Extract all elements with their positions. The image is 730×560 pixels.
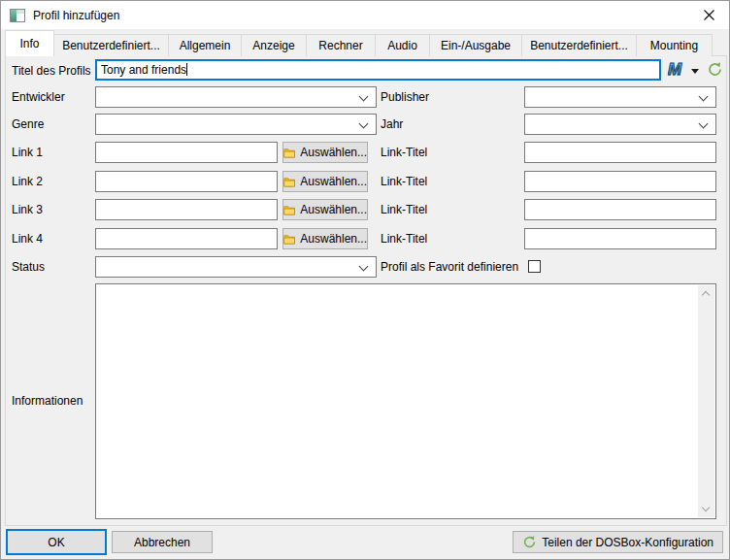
tab-anzeige[interactable]: Anzeige (241, 34, 307, 56)
folder-icon (283, 204, 295, 216)
chevron-down-icon (699, 119, 709, 129)
informationen-label: Informationen (12, 390, 83, 412)
entwickler-combobox[interactable] (95, 86, 377, 108)
link4-label: Link 4 (12, 228, 43, 249)
publisher-combobox[interactable] (524, 86, 716, 108)
tab-benutzerdefiniert-2[interactable]: Benutzerdefiniert... (521, 34, 637, 56)
tab-audio[interactable]: Audio (375, 34, 430, 56)
link2-label: Link 2 (12, 171, 43, 192)
folder-icon (283, 176, 295, 188)
text-caret (186, 63, 187, 76)
tab-rechner[interactable]: Rechner (306, 34, 376, 56)
link2-title-label: Link-Titel (381, 171, 427, 192)
tab-allgemein[interactable]: Allgemein (168, 34, 242, 56)
chevron-down-icon (359, 119, 369, 129)
cancel-button[interactable]: Abbrechen (112, 531, 213, 553)
link3-title-label: Link-Titel (381, 199, 427, 220)
link1-title-input[interactable] (524, 142, 716, 163)
publisher-label: Publisher (381, 86, 429, 108)
link1-label: Link 1 (12, 142, 43, 163)
profile-title-label: Titel des Profils (12, 60, 91, 82)
link3-input[interactable] (95, 199, 278, 220)
entwickler-label: Entwickler (12, 86, 65, 108)
tab-bar: Info Benutzerdefiniert... Allgemein Anze… (5, 30, 713, 56)
link4-input[interactable] (95, 228, 278, 249)
mobygames-fetch-icon[interactable]: M (668, 60, 681, 80)
refresh-title-icon[interactable] (707, 61, 723, 78)
close-button[interactable] (688, 1, 729, 29)
folder-icon (283, 147, 295, 159)
share-dosbox-config-button[interactable]: Teilen der DOSBox-Konfiguration (513, 531, 723, 553)
link1-browse-button[interactable]: Auswählen... (282, 142, 368, 163)
favorit-label: Profil als Favorit definieren (381, 256, 518, 278)
favorit-checkbox[interactable] (528, 260, 541, 273)
jahr-label: Jahr (381, 114, 403, 135)
link2-input[interactable] (95, 171, 278, 192)
refresh-share-icon (522, 535, 537, 549)
tab-ein-ausgabe[interactable]: Ein-/Ausgabe (429, 34, 522, 56)
add-profile-dialog: Profil hinzufügen Info Benutzerdefiniert… (0, 0, 730, 560)
link3-label: Link 3 (12, 199, 43, 220)
info-tab-panel: Titel des Profils Tony and friends M Ent… (5, 55, 727, 526)
status-label: Status (12, 256, 45, 278)
profile-title-input[interactable]: Tony and friends (95, 59, 661, 81)
link2-browse-button[interactable]: Auswählen... (282, 171, 368, 192)
genre-label: Genre (12, 114, 44, 135)
link2-title-input[interactable] (524, 171, 716, 192)
link4-title-label: Link-Titel (381, 228, 427, 249)
link1-input[interactable] (95, 142, 278, 163)
chevron-down-icon (359, 92, 369, 102)
chevron-down-icon (359, 262, 369, 272)
chevron-down-icon (699, 92, 709, 102)
link3-title-input[interactable] (524, 199, 716, 220)
link4-title-input[interactable] (524, 228, 716, 249)
vertical-scrollbar[interactable] (698, 285, 714, 517)
link4-browse-button[interactable]: Auswählen... (282, 228, 368, 249)
tab-benutzerdefiniert-1[interactable]: Benutzerdefiniert... (53, 34, 169, 56)
status-combobox[interactable] (95, 256, 377, 278)
window-title: Profil hinzufügen (33, 9, 119, 22)
link1-title-label: Link-Titel (381, 142, 427, 163)
tab-mounting[interactable]: Mounting (636, 34, 713, 56)
scroll-down-icon[interactable] (702, 504, 710, 511)
mobygames-dropdown-icon[interactable] (691, 69, 699, 74)
informationen-textarea[interactable] (95, 283, 716, 519)
close-icon (704, 10, 714, 20)
tab-info[interactable]: Info (5, 30, 54, 56)
app-window-icon (10, 9, 25, 22)
genre-combobox[interactable] (95, 114, 377, 135)
ok-button[interactable]: OK (6, 529, 107, 555)
scroll-up-icon[interactable] (702, 291, 710, 299)
jahr-combobox[interactable] (524, 114, 716, 135)
link3-browse-button[interactable]: Auswählen... (282, 199, 368, 220)
titlebar[interactable]: Profil hinzufügen (1, 1, 729, 29)
folder-icon (283, 233, 295, 246)
